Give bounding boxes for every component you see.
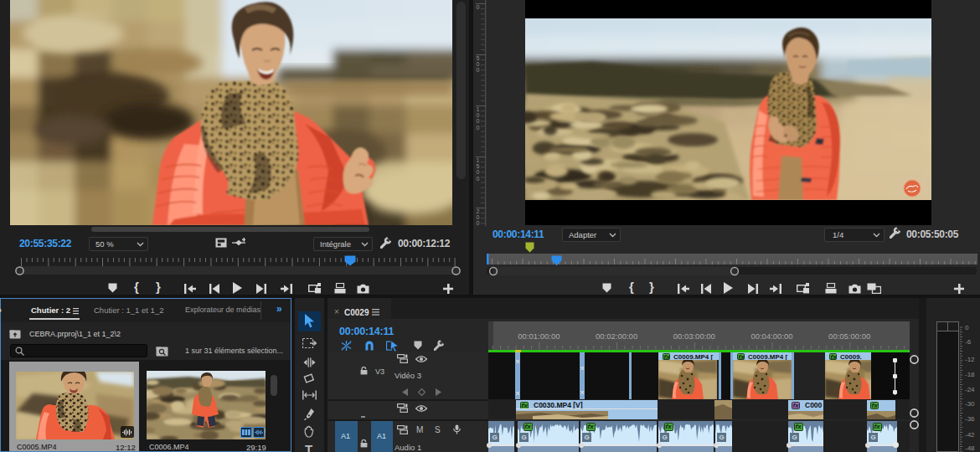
svg-text:1: 1 [477, 106, 480, 112]
svg-text:0: 0 [477, 4, 480, 10]
svg-text:00:01:00:00: 00:01:00:00 [518, 331, 560, 341]
svg-text:-24: -24 [965, 386, 975, 393]
svg-text:2: 2 [477, 208, 480, 214]
svg-text:0: 0 [477, 169, 480, 175]
svg-text:00:05:00:00: 00:05:00:00 [828, 331, 870, 341]
svg-text:0: 0 [477, 214, 480, 220]
svg-text:-42: -42 [965, 431, 975, 439]
svg-text:00:02:00:00: 00:02:00:00 [596, 331, 637, 341]
svg-text:0: 0 [477, 176, 480, 182]
svg-text:-18: -18 [965, 371, 975, 378]
svg-text:0: 0 [477, 67, 480, 73]
svg-text:-6: -6 [965, 338, 972, 346]
svg-text:-48: -48 [965, 444, 975, 452]
svg-text:-12: -12 [965, 356, 975, 363]
svg-text:0: 0 [477, 118, 480, 124]
svg-text:0: 0 [477, 220, 480, 226]
svg-text:0: 0 [477, 112, 480, 118]
svg-text:1: 1 [477, 157, 480, 163]
svg-text:0: 0 [477, 61, 480, 67]
svg-text:00:04:00:00: 00:04:00:00 [750, 331, 792, 341]
svg-text:00:03:00:00: 00:03:00:00 [673, 331, 715, 341]
svg-text:5: 5 [477, 55, 480, 61]
svg-text:-36: -36 [965, 415, 975, 423]
svg-text:5: 5 [477, 163, 480, 169]
svg-text:0: 0 [965, 324, 969, 331]
svg-text:0: 0 [477, 125, 480, 131]
svg-text:-30: -30 [965, 400, 975, 408]
